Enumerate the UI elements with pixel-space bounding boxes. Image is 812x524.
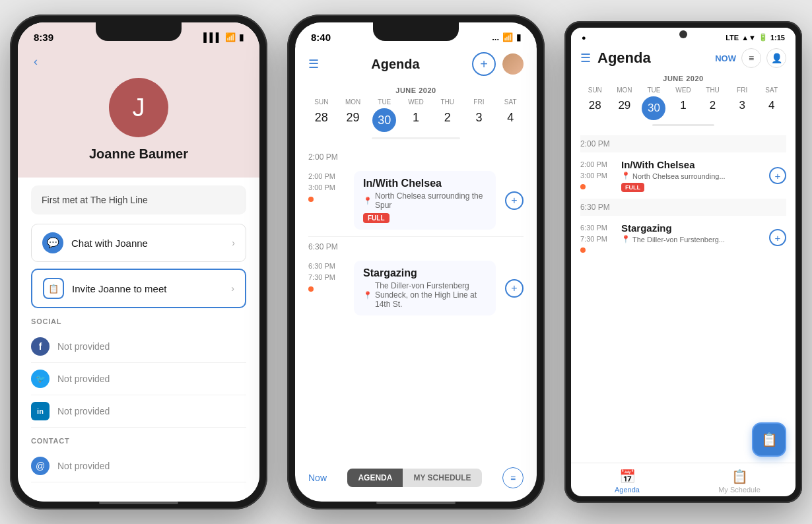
status-time-1: 8:39 (34, 32, 53, 43)
filter-button[interactable]: ≡ (502, 467, 524, 488)
android-fab-button[interactable]: 📋 (752, 422, 786, 457)
android-battery: 🔋 (759, 33, 768, 42)
android-event1-loc: 📍 North Chelsea surrounding... (621, 172, 761, 180)
date-28[interactable]: 28 (306, 108, 337, 132)
chat-icon: 💬 (47, 237, 59, 249)
status-time-2: 8:40 (311, 32, 331, 43)
adate-30-today[interactable]: 30 (642, 96, 665, 120)
facebook-row[interactable]: f Not provided (31, 331, 246, 363)
android-event1-time: 2:00 PM 3:00 PM (580, 159, 613, 189)
adate-2[interactable]: 2 (698, 96, 727, 120)
avatar: J (109, 78, 168, 137)
back-button[interactable]: ‹ (31, 52, 40, 71)
android-event1-add[interactable]: + (769, 167, 786, 184)
tab-group: AGENDA MY SCHEDULE (347, 469, 481, 487)
android-nav-agenda[interactable]: 📅 Agenda (571, 469, 683, 494)
tab-schedule[interactable]: MY SCHEDULE (403, 469, 481, 487)
android-signal: ● (582, 34, 586, 42)
agenda-title: Agenda (319, 57, 472, 72)
day-thu: THU (432, 98, 463, 106)
adate-1[interactable]: 1 (669, 96, 698, 120)
date-1[interactable]: 1 (400, 108, 432, 132)
menu-icon[interactable]: ☰ (308, 57, 319, 71)
chat-action-row[interactable]: 💬 Chat with Joanne › (31, 224, 246, 262)
contact-name: Joanne Baumer (31, 147, 246, 164)
event1-name: In/With Chelsea (363, 178, 487, 189)
android-event2-dot (580, 247, 586, 253)
event1-card[interactable]: In/With Chelsea 📍 North Chelsea surround… (354, 171, 496, 230)
date-3[interactable]: 3 (463, 108, 495, 132)
tab-agenda[interactable]: AGENDA (347, 469, 403, 487)
event1-dot (308, 197, 314, 202)
chat-chevron: › (232, 238, 235, 248)
adate-3[interactable]: 3 (727, 96, 757, 120)
event2-name: Stargazing (363, 267, 487, 279)
date-4[interactable]: 4 (494, 108, 526, 132)
invite-action-row[interactable]: 📋 Invite Joanne to meet › (31, 269, 246, 308)
android-wifi: ▲▼ (741, 34, 756, 42)
invite-label: Invite Joanne to meet (72, 283, 166, 294)
date-29[interactable]: 29 (337, 108, 369, 132)
android-event1-badge: FULL (621, 183, 644, 192)
event1-location: 📍 North Chelsea surrounding the Spur (363, 191, 487, 210)
contact-row[interactable]: @ Not provided (31, 450, 246, 482)
android-week-dates: 28 29 30 1 2 3 4 (580, 96, 786, 120)
android-menu-icon[interactable]: ☰ (580, 51, 591, 65)
day-fri: FRI (463, 98, 495, 106)
android-profile-button[interactable]: 👤 (766, 48, 786, 68)
status-icons-1: ▌▌▌ 📶 ▮ (203, 32, 244, 42)
date-2[interactable]: 2 (432, 108, 463, 132)
event1-badge: FULL (363, 213, 389, 223)
phone1-frame: 8:39 ▌▌▌ 📶 ▮ ‹ J (10, 15, 267, 509)
twitter-row[interactable]: 🐦 Not provided (31, 363, 246, 395)
event1-add-button[interactable]: + (505, 191, 524, 210)
android-nav-schedule-label: My Schedule (718, 486, 761, 494)
social-section-label: SOCIAL (31, 317, 246, 325)
date-30-today[interactable]: 30 (372, 108, 396, 132)
android-event1-info: In/With Chelsea 📍 North Chelsea surround… (621, 159, 761, 192)
time-section-1: 2:00 PM (295, 147, 537, 164)
android-event2-start: 6:30 PM (580, 222, 613, 234)
android-now-button[interactable]: NOW (715, 53, 736, 63)
android-event2-add[interactable]: + (769, 229, 786, 246)
android-filter-button[interactable]: ≡ (741, 48, 761, 68)
event1-time: 2:00 PM 3:00 PM (308, 171, 345, 202)
add-event-button[interactable]: + (472, 52, 496, 76)
contact-value: Not provided (57, 461, 110, 471)
aday-fri: FRI (727, 86, 757, 94)
adate-4[interactable]: 4 (757, 96, 786, 120)
android-pin-1: 📍 (621, 172, 630, 180)
agenda-footer: Now AGENDA MY SCHEDULE ≡ (295, 467, 537, 488)
invite-chevron: › (231, 283, 234, 294)
event2-add-button[interactable]: + (505, 279, 524, 298)
day-wed: WED (400, 98, 432, 106)
event2-time: 6:30 PM 7:30 PM (308, 261, 345, 292)
android-event1-name: In/With Chelsea (621, 159, 761, 170)
aday-sun: SUN (580, 86, 610, 94)
android-camera (679, 30, 687, 38)
android-screen: ● LTE ▲▼ 🔋 1:15 ☰ Agenda NOW ≡ (571, 28, 795, 496)
day-sun: SUN (306, 98, 337, 106)
android-schedule-nav-icon: 📋 (731, 469, 748, 484)
adate-28[interactable]: 28 (580, 96, 610, 120)
event2-start: 6:30 PM (308, 261, 345, 272)
now-button[interactable]: Now (308, 473, 327, 483)
phone1-notch (96, 22, 182, 41)
linkedin-row[interactable]: in Not provided (31, 395, 246, 428)
day-tue: TUE (368, 98, 400, 106)
android-status-left: ● (582, 34, 586, 42)
android-event1-location: North Chelsea surrounding... (632, 172, 726, 180)
event2-location: 📍 The Diller-von Furstenberg Sundeck, on… (363, 281, 487, 309)
agenda-screen: 8:40 ... 📶 ▮ ☰ Agenda + (295, 22, 537, 502)
wifi-icon-1: 📶 (225, 32, 236, 42)
profile-content: First met at The High Line 💬 Chat with J… (18, 178, 259, 502)
adate-29[interactable]: 29 (610, 96, 640, 120)
twitter-value: Not provided (57, 374, 110, 384)
android-agenda-title: Agenda (597, 49, 708, 67)
twitter-icon: 🐦 (31, 370, 50, 388)
user-avatar[interactable] (502, 53, 524, 75)
event2-card[interactable]: Stargazing 📍 The Diller-von Furstenberg … (354, 261, 496, 315)
android-event-row-2: 6:30 PM 7:30 PM Stargazing 📍 The Diller-… (580, 216, 786, 259)
android-nav-schedule[interactable]: 📋 My Schedule (683, 469, 795, 494)
chat-label: Chat with Joanne (71, 238, 148, 249)
